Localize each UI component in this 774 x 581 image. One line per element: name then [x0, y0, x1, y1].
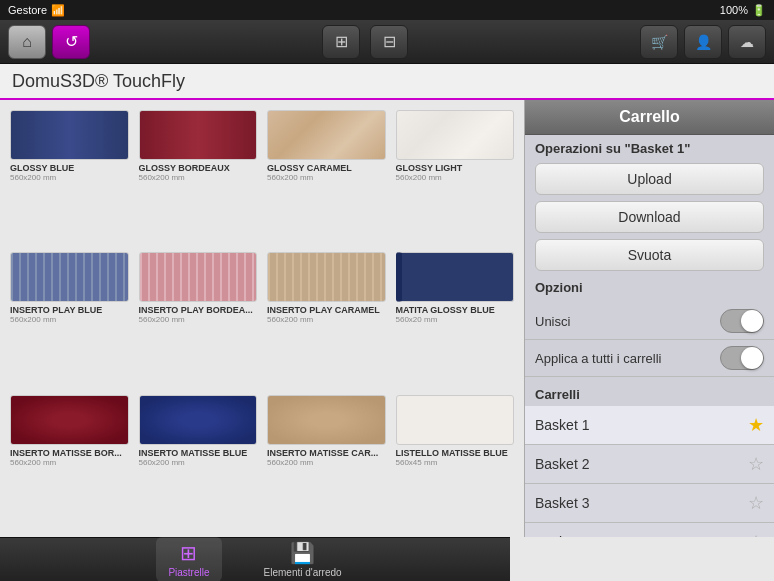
battery-label: 100%: [720, 4, 748, 16]
grid-icon: ⊞: [335, 32, 348, 51]
tile-size-inserto-play-bordeaux: 560x200 mm: [139, 315, 185, 324]
user-button[interactable]: 👤: [684, 25, 722, 59]
tile-image-inserto-matisse-blue: [139, 395, 258, 445]
tile-item-inserto-matisse-bor[interactable]: INSERTO MATISSE BOR...560x200 mm: [10, 395, 129, 527]
tile-item-glossy-caramel[interactable]: GLOSSY CARAMEL560x200 mm: [267, 110, 386, 242]
tile-name-glossy-bordeaux: GLOSSY BORDEAUX: [139, 163, 258, 173]
basket-row-3[interactable]: Basket 3☆: [525, 484, 774, 523]
basket-row-1[interactable]: Basket 1★: [525, 406, 774, 445]
center-buttons: ⊞ ⊟: [322, 25, 408, 59]
piastrelle-icon: ⊞: [180, 541, 197, 565]
tile-image-listello-matisse-blue: [396, 395, 515, 445]
app-icon: ↺: [65, 32, 78, 51]
tile-name-inserto-play-bordeaux: INSERTO PLAY BORDEA...: [139, 305, 258, 315]
cart-icon: 🛒: [651, 34, 668, 50]
cloud-icon: ☁: [740, 34, 754, 50]
list-view-button[interactable]: ⊟: [370, 25, 408, 59]
app-title-bar: DomuS3D® TouchFly: [0, 64, 774, 100]
basket-star-2[interactable]: ☆: [748, 453, 764, 475]
tile-image-glossy-caramel: [267, 110, 386, 160]
cart-button[interactable]: 🛒: [640, 25, 678, 59]
tile-item-inserto-matisse-blue[interactable]: INSERTO MATISSE BLUE560x200 mm: [139, 395, 258, 527]
tile-size-glossy-blue: 560x200 mm: [10, 173, 56, 182]
carrello-panel: Carrello Operazioni su "Basket 1" Upload…: [524, 100, 774, 537]
tile-name-inserto-play-blue: INSERTO PLAY BLUE: [10, 305, 129, 315]
tile-name-glossy-caramel: GLOSSY CARAMEL: [267, 163, 386, 173]
list-icon: ⊟: [383, 32, 396, 51]
tile-name-inserto-matisse-blue: INSERTO MATISSE BLUE: [139, 448, 258, 458]
user-icon: 👤: [695, 34, 712, 50]
app-button[interactable]: ↺: [52, 25, 90, 59]
home-button[interactable]: ⌂: [8, 25, 46, 59]
elementi-icon: 💾: [290, 541, 315, 565]
unisci-toggle[interactable]: [720, 309, 764, 333]
tile-item-matita-glossy-blue[interactable]: MATITA GLOSSY BLUE560x20 mm: [396, 252, 515, 384]
piastrelle-label: Piastrelle: [168, 567, 209, 578]
tile-size-inserto-matisse-blue: 560x200 mm: [139, 458, 185, 467]
battery-icon: 🔋: [752, 4, 766, 17]
tile-image-glossy-blue: [10, 110, 129, 160]
nav-bar: ⌂ ↺ ⊞ ⊟ 🛒 👤 ☁: [0, 20, 774, 64]
tile-size-glossy-light: 560x200 mm: [396, 173, 442, 182]
basket-row-4[interactable]: Basket 4☆: [525, 523, 774, 537]
baskets-list: Basket 1★Basket 2☆Basket 3☆Basket 4☆Bask…: [525, 406, 774, 537]
tile-item-glossy-light[interactable]: GLOSSY LIGHT560x200 mm: [396, 110, 515, 242]
options-section: Unisci Applica a tutti i carrelli: [525, 299, 774, 381]
tile-item-inserto-play-blue[interactable]: INSERTO PLAY BLUE560x200 mm: [10, 252, 129, 384]
basket-label-2: Basket 2: [535, 456, 589, 472]
tile-size-inserto-play-caramel: 560x200 mm: [267, 315, 313, 324]
panel-header: Carrello: [525, 100, 774, 135]
tile-item-inserto-play-caramel[interactable]: INSERTO PLAY CARAMEL560x200 mm: [267, 252, 386, 384]
home-icon: ⌂: [22, 33, 32, 51]
tile-image-inserto-matisse-bor: [10, 395, 129, 445]
elementi-label: Elementi d'arredo: [264, 567, 342, 578]
status-right: 100% 🔋: [720, 4, 766, 17]
svuota-button[interactable]: Svuota: [535, 239, 764, 271]
tile-item-glossy-bordeaux[interactable]: GLOSSY BORDEAUX560x200 mm: [139, 110, 258, 242]
status-left: Gestore 📶: [8, 4, 65, 17]
upload-button[interactable]: Upload: [535, 163, 764, 195]
operations-section-title: Operazioni su "Basket 1": [525, 135, 774, 160]
tile-image-inserto-play-bordeaux: [139, 252, 258, 302]
right-buttons: 🛒 👤 ☁: [640, 25, 766, 59]
basket-star-1[interactable]: ★: [748, 414, 764, 436]
download-button[interactable]: Download: [535, 201, 764, 233]
tab-elementi[interactable]: 💾 Elementi d'arredo: [252, 537, 354, 581]
main-content: GLOSSY BLUE560x200 mmGLOSSY BORDEAUX560x…: [0, 100, 774, 537]
tile-name-listello-matisse-blue: LISTELLO MATISSE BLUE: [396, 448, 515, 458]
basket-label-4: Basket 4: [535, 534, 589, 537]
wifi-icon: 📶: [51, 4, 65, 17]
tile-size-glossy-bordeaux: 560x200 mm: [139, 173, 185, 182]
grid-view-button[interactable]: ⊞: [322, 25, 360, 59]
tile-size-inserto-play-blue: 560x200 mm: [10, 315, 56, 324]
tile-image-glossy-bordeaux: [139, 110, 258, 160]
tile-size-listello-matisse-blue: 560x45 mm: [396, 458, 438, 467]
tile-name-inserto-matisse-bor: INSERTO MATISSE BOR...: [10, 448, 129, 458]
tile-size-glossy-caramel: 560x200 mm: [267, 173, 313, 182]
unisci-label: Unisci: [535, 314, 570, 329]
tile-size-inserto-matisse-bor: 560x200 mm: [10, 458, 56, 467]
basket-star-4[interactable]: ☆: [748, 531, 764, 537]
tile-item-inserto-matisse-car[interactable]: INSERTO MATISSE CAR...560x200 mm: [267, 395, 386, 527]
basket-star-3[interactable]: ☆: [748, 492, 764, 514]
unisci-option-row: Unisci: [525, 303, 774, 340]
baskets-section-title: Carrelli: [525, 381, 774, 406]
tile-item-listello-matisse-blue[interactable]: LISTELLO MATISSE BLUE560x45 mm: [396, 395, 515, 527]
tile-size-matita-glossy-blue: 560x20 mm: [396, 315, 438, 324]
cloud-button[interactable]: ☁: [728, 25, 766, 59]
tile-item-glossy-blue[interactable]: GLOSSY BLUE560x200 mm: [10, 110, 129, 242]
basket-row-2[interactable]: Basket 2☆: [525, 445, 774, 484]
applica-toggle[interactable]: [720, 346, 764, 370]
tab-piastrelle[interactable]: ⊞ Piastrelle: [156, 537, 221, 581]
tile-item-inserto-play-bordeaux[interactable]: INSERTO PLAY BORDEA...560x200 mm: [139, 252, 258, 384]
tile-name-glossy-light: GLOSSY LIGHT: [396, 163, 515, 173]
applica-label: Applica a tutti i carrelli: [535, 351, 661, 366]
applica-toggle-knob: [741, 347, 763, 369]
tile-size-inserto-matisse-car: 560x200 mm: [267, 458, 313, 467]
applica-option-row: Applica a tutti i carrelli: [525, 340, 774, 377]
tile-image-glossy-light: [396, 110, 515, 160]
tile-name-inserto-play-caramel: INSERTO PLAY CARAMEL: [267, 305, 386, 315]
tile-name-inserto-matisse-car: INSERTO MATISSE CAR...: [267, 448, 386, 458]
options-section-title: Opzioni: [525, 274, 774, 299]
tile-grid: GLOSSY BLUE560x200 mmGLOSSY BORDEAUX560x…: [0, 100, 524, 537]
